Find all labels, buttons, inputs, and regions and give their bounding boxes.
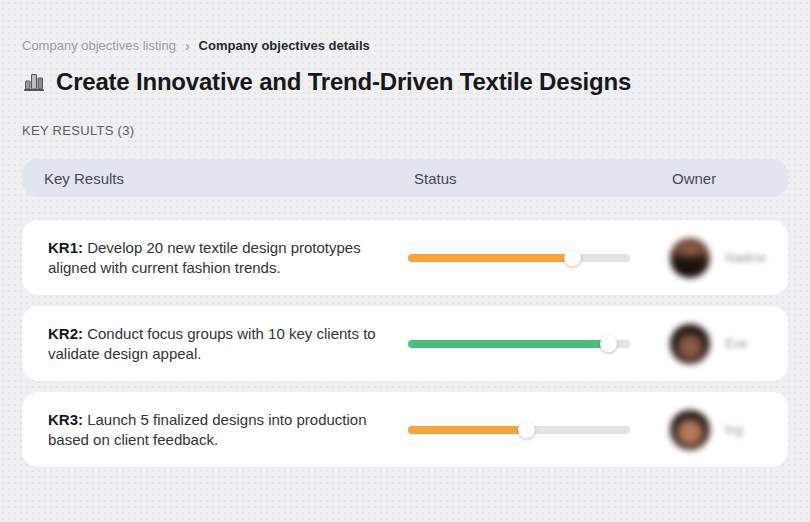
- slider-thumb[interactable]: [600, 335, 617, 352]
- slider-thumb[interactable]: [518, 421, 535, 438]
- page-title: Create Innovative and Trend-Driven Texti…: [56, 68, 631, 96]
- table-header: Key Results Status Owner: [22, 159, 788, 197]
- kr-text: Conduct focus groups with 10 key clients…: [48, 325, 376, 362]
- table-row[interactable]: KR2: Conduct focus groups with 10 key cl…: [22, 306, 788, 381]
- kr-id-label: KR3:: [48, 411, 83, 428]
- avatar: [670, 324, 710, 364]
- status-cell: [408, 340, 666, 348]
- breadcrumb-link-listing[interactable]: Company objectives listing: [22, 38, 176, 53]
- table-row[interactable]: KR1: Develop 20 new textile design proto…: [22, 220, 788, 295]
- table-row[interactable]: KR3: Launch 5 finalized designs into pro…: [22, 392, 788, 467]
- owner-name: Nadine: [725, 250, 766, 265]
- avatar: [670, 410, 710, 450]
- kr-description: KR1: Develop 20 new textile design proto…: [22, 238, 408, 278]
- kr-text: Launch 5 finalized designs into producti…: [48, 411, 367, 448]
- progress-fill: [408, 254, 572, 262]
- kr-id-label: KR1:: [48, 239, 83, 256]
- objective-details-page: Company objectives listing › Company obj…: [0, 0, 810, 522]
- column-header-owner: Owner: [666, 170, 788, 187]
- kr-description: KR2: Conduct focus groups with 10 key cl…: [22, 324, 408, 364]
- buildings-chart-icon: [22, 70, 46, 94]
- progress-fill: [408, 426, 526, 434]
- owner-cell: Nadine: [666, 238, 788, 278]
- breadcrumb-current-details: Company objectives details: [199, 38, 370, 53]
- status-cell: [408, 426, 666, 434]
- breadcrumb: Company objectives listing › Company obj…: [22, 38, 788, 53]
- column-header-status: Status: [408, 170, 666, 187]
- avatar: [670, 238, 710, 278]
- owner-name: Eve: [725, 336, 747, 351]
- chevron-right-icon: ›: [185, 39, 190, 53]
- column-header-key-results: Key Results: [22, 170, 408, 187]
- owner-cell: Ing: [666, 410, 788, 450]
- progress-fill: [408, 340, 608, 348]
- owner-cell: Eve: [666, 324, 788, 364]
- kr-id-label: KR2:: [48, 325, 83, 342]
- progress-slider[interactable]: [408, 426, 630, 434]
- key-results-count-label: KEY RESULTS (3): [22, 123, 788, 138]
- kr-description: KR3: Launch 5 finalized designs into pro…: [22, 410, 408, 450]
- status-cell: [408, 254, 666, 262]
- progress-slider[interactable]: [408, 340, 630, 348]
- owner-name: Ing: [725, 422, 743, 437]
- slider-thumb[interactable]: [564, 249, 581, 266]
- title-row: Create Innovative and Trend-Driven Texti…: [22, 68, 788, 96]
- kr-text: Develop 20 new textile design prototypes…: [48, 239, 361, 276]
- progress-slider[interactable]: [408, 254, 630, 262]
